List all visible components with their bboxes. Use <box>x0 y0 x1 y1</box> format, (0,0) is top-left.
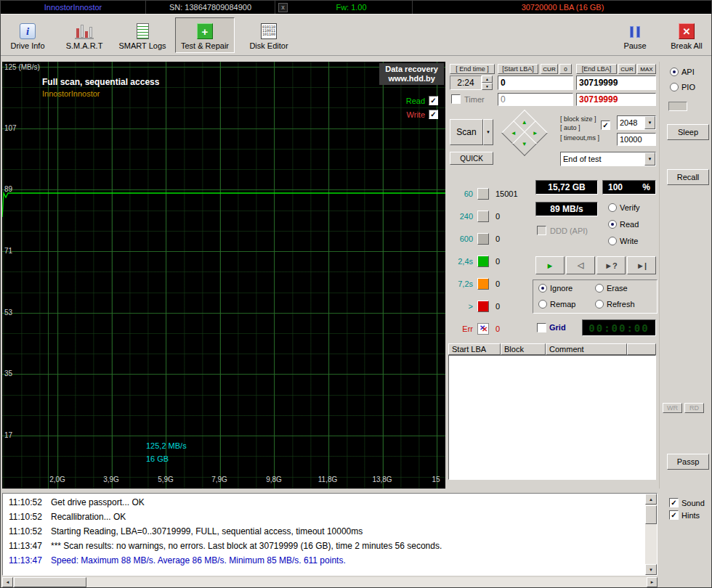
arrow-down-icon: ▼ <box>522 140 527 147</box>
bucket-tile[interactable] <box>477 301 489 312</box>
bucket-label: 240 <box>451 212 473 221</box>
progress-gb-display: 15,72 GB <box>535 180 598 195</box>
disk-editor-icon: 010110 110011 101100 <box>261 23 277 39</box>
end-lba-cur-button[interactable]: CUR <box>618 64 636 74</box>
drive-info-button[interactable]: i Drive Info <box>4 17 52 53</box>
sleep-button[interactable]: Sleep <box>667 124 709 140</box>
start-lba-input[interactable]: 0 <box>498 75 573 90</box>
end-lba-max-button[interactable]: MAX <box>637 64 656 74</box>
erase-radio[interactable]: Erase <box>595 284 628 293</box>
spin-up-icon[interactable]: ▲ <box>482 75 493 83</box>
start-lba-cur-button[interactable]: CUR <box>541 64 558 74</box>
scroll-left-button[interactable]: ◄ <box>2 577 13 587</box>
log-time: 11:10:52 <box>3 526 51 536</box>
current-speed-display: 89 MB/s <box>535 202 598 216</box>
titlebar-serial-segment: SN: 138647809084900 <box>146 1 275 14</box>
remap-radio[interactable]: Remap <box>538 300 575 309</box>
quick-button[interactable]: QUICK <box>450 152 493 165</box>
start-lba-zero-button[interactable]: 0 <box>559 64 572 74</box>
chevron-down-icon[interactable]: ▼ <box>644 152 655 166</box>
ddd-api-checkbox[interactable] <box>537 226 546 235</box>
hints-toggle[interactable]: ✓ Hints <box>669 510 700 520</box>
x-tick: 13,8G <box>372 475 392 483</box>
end-lba-caption: [End LBA] <box>576 64 617 74</box>
smart-button[interactable]: S.M.A.R.T <box>60 17 108 53</box>
log-horizontal-scrollbar[interactable]: ◄ ► <box>2 577 658 587</box>
table-header-block[interactable]: Block <box>501 343 546 355</box>
scroll-thumb[interactable] <box>645 505 657 524</box>
radio-icon <box>595 300 604 309</box>
end-time-spinner[interactable]: ▲ ▼ <box>482 75 493 90</box>
play-end-icon: ►| <box>636 261 647 270</box>
bucket-value: 0 <box>495 257 500 266</box>
timeout-input[interactable]: 10000 <box>617 133 656 146</box>
step-back-button[interactable]: ◁ <box>566 256 595 274</box>
y-tick: 35 <box>4 369 12 377</box>
scroll-down-button[interactable]: ▼ <box>645 564 657 575</box>
pio-radio[interactable]: PIO <box>670 83 695 91</box>
block-size-select[interactable]: 2048 ▼ <box>617 115 656 130</box>
scan-ask-button[interactable]: ►? <box>596 256 626 274</box>
x-tick: 5,9G <box>158 475 174 483</box>
sound-checkbox[interactable]: ✓ <box>669 498 679 507</box>
play-ask-icon: ►? <box>604 261 618 270</box>
sound-toggle[interactable]: ✓ Sound <box>669 498 705 507</box>
scan-speed-graph[interactable]: 125 (MB/s) 107 89 71 53 35 17 Full scan,… <box>2 62 445 489</box>
test-repair-button[interactable]: + Test & Repair <box>175 17 235 53</box>
table-header-start-lba[interactable]: Start LBA <box>448 343 501 355</box>
hints-checkbox[interactable]: ✓ <box>669 510 679 520</box>
log-vertical-scrollbar[interactable]: ▲ ▼ <box>645 494 657 575</box>
end-lba-input[interactable]: 30719999 <box>576 75 656 90</box>
api-radio[interactable]: API <box>670 68 695 76</box>
write-checkbox[interactable]: ✓ <box>429 110 438 119</box>
wr-button[interactable]: WR <box>663 403 682 413</box>
bucket-tile[interactable] <box>477 188 489 200</box>
bucket-tile[interactable] <box>477 256 489 267</box>
grid-checkbox[interactable] <box>537 323 546 332</box>
bucket-tile[interactable] <box>477 278 489 290</box>
disk-editor-button[interactable]: 010110 110011 101100 Disk Editor <box>242 17 296 53</box>
pause-button[interactable]: Pause <box>614 17 656 53</box>
table-header-comment[interactable]: Comment <box>546 343 627 355</box>
smart-logs-button[interactable]: SMART Logs <box>116 17 169 53</box>
cursor-position-readout: 16 GB <box>146 454 169 463</box>
passport-button[interactable]: Passp <box>667 454 709 470</box>
scan-dropdown-button[interactable]: ▼ <box>483 119 493 145</box>
close-button[interactable]: x <box>278 3 288 12</box>
auto-checkbox[interactable]: ✓ <box>601 121 610 130</box>
break-all-button[interactable]: ✕ Break All <box>665 17 708 53</box>
ignore-radio[interactable]: Ignore <box>538 284 573 293</box>
arrow-left-icon: ◄ <box>6 580 10 584</box>
read-checkbox[interactable]: ✓ <box>429 96 438 105</box>
scroll-up-button[interactable]: ▲ <box>645 494 657 505</box>
arrow-down-icon: ▼ <box>649 568 653 572</box>
graph-title: Full scan, sequential access <box>42 77 159 87</box>
timer-input[interactable]: 0 <box>498 93 573 106</box>
spin-down-icon[interactable]: ▼ <box>482 83 493 90</box>
refresh-radio[interactable]: Refresh <box>595 300 635 309</box>
rd-button[interactable]: RD <box>684 403 704 413</box>
bucket-tile[interactable] <box>477 211 489 222</box>
end-of-test-select[interactable]: End of test ▼ <box>560 152 656 166</box>
recall-button[interactable]: Recall <box>667 169 709 185</box>
start-scan-button[interactable]: ► <box>535 256 565 274</box>
read-radio[interactable]: Read <box>608 220 639 229</box>
cursor-speed-readout: 125,2 MB/s <box>146 441 187 450</box>
y-tick: 71 <box>4 247 12 255</box>
break-all-icon: ✕ <box>679 23 695 39</box>
verify-radio[interactable]: Verify <box>608 203 640 212</box>
write-radio[interactable]: Write <box>608 237 638 245</box>
scan-button[interactable]: Scan <box>450 119 483 145</box>
bucket-tile[interactable] <box>477 233 489 245</box>
timer-checkbox[interactable] <box>451 94 461 104</box>
check-icon: ✓ <box>430 110 436 118</box>
chevron-down-icon[interactable]: ▼ <box>644 116 655 129</box>
drive-info-icon: i <box>20 23 36 39</box>
radio-icon <box>538 300 547 309</box>
scroll-thumb[interactable] <box>14 577 86 587</box>
scroll-right-button[interactable]: ► <box>647 577 658 587</box>
radio-icon <box>538 284 547 293</box>
scan-to-end-button[interactable]: ►| <box>627 256 656 274</box>
progress-percent-display: 100 % <box>602 180 656 195</box>
err-icon[interactable]: ✕ ✕ <box>477 323 489 335</box>
